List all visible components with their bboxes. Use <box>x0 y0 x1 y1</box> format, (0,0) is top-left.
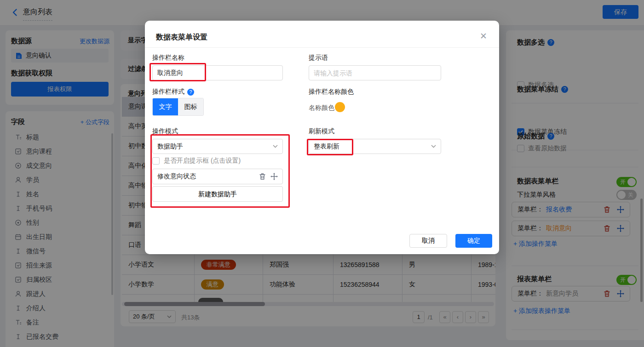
action-mode-value: 数据助手 <box>157 142 273 151</box>
modal-title: 数据表菜单设置 <box>156 33 207 42</box>
name-color-label: 名称颜色 <box>309 104 334 112</box>
action-style-label-text: 操作栏样式 <box>152 88 184 96</box>
tab-text[interactable]: 文字 <box>153 98 178 115</box>
action-style-label: 操作栏样式 ? <box>152 88 194 96</box>
refresh-mode-label: 刷新模式 <box>309 127 334 136</box>
help-icon[interactable]: ? <box>187 89 194 96</box>
action-name-label: 操作栏名称 <box>152 54 184 62</box>
assistant-item-label: 修改意向状态 <box>157 172 254 181</box>
refresh-mode-select[interactable]: 整表刷新 <box>309 139 441 154</box>
chevron-down-icon <box>431 145 436 148</box>
tip-box-checkbox[interactable]: 是否开启提示框 (点击设置) <box>152 157 241 165</box>
action-mode-label: 操作模式 <box>152 127 178 136</box>
trash-icon[interactable] <box>259 173 266 180</box>
assistant-item[interactable]: 修改意向状态 <box>152 169 283 184</box>
cancel-button[interactable]: 取消 <box>409 234 447 248</box>
checkbox-icon <box>152 157 160 165</box>
refresh-mode-value: 整表刷新 <box>314 142 431 151</box>
action-name-input[interactable] <box>152 65 283 80</box>
color-swatch[interactable] <box>335 102 345 112</box>
tip-input[interactable] <box>309 65 441 80</box>
divider <box>145 47 499 48</box>
new-assistant-button[interactable]: 新建数据助手 <box>152 186 283 202</box>
move-icon[interactable] <box>270 173 278 180</box>
close-icon[interactable]: ✕ <box>480 31 487 41</box>
table-menu-settings-modal: 数据表菜单设置 ✕ 操作栏名称 提示语 操作栏样式 ? 文字 图标 操作栏名称颜… <box>145 21 499 254</box>
checkbox-label: 是否开启提示框 (点击设置) <box>164 157 241 165</box>
action-name-color-label: 操作栏名称颜色 <box>309 88 354 96</box>
action-style-tabs: 文字 图标 <box>152 98 204 116</box>
action-mode-select[interactable]: 数据助手 <box>152 139 283 154</box>
chevron-down-icon <box>273 145 278 148</box>
confirm-button[interactable]: 确定 <box>455 234 492 248</box>
tip-label: 提示语 <box>309 54 328 62</box>
tab-icon[interactable]: 图标 <box>178 98 203 115</box>
